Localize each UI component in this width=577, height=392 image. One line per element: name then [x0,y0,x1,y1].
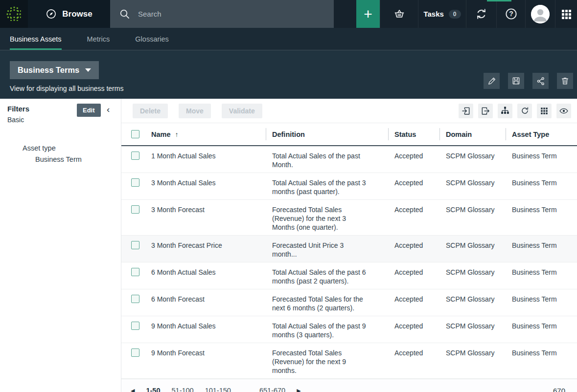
share-view-button[interactable] [532,73,549,89]
column-header-asset-type[interactable]: Asset Type [506,123,577,145]
asset-name-link[interactable]: 3 Month Forecast [145,200,266,235]
chevron-down-icon [85,68,91,72]
secondary-navigation: Business Assets Metrics Glossaries [0,28,577,50]
tab-business-assets[interactable]: Business Assets [10,28,62,50]
row-checkbox[interactable] [131,205,139,214]
import-icon [461,106,471,116]
help-button[interactable]: ? [496,0,525,28]
asset-name-link[interactable]: 3 Month Actual Sales [145,173,266,199]
grid-icon [540,107,549,115]
column-label: Status [394,131,416,138]
view-description: View for displaying all business terms [10,85,123,92]
user-menu-button[interactable] [525,0,555,28]
domain-cell: SCPM Glossary [439,236,506,262]
filter-value-business-term[interactable]: Business Term [0,154,121,165]
browse-button[interactable]: Browse [28,0,110,28]
filter-group-asset-type: Asset type [0,143,121,154]
hierarchy-button[interactable] [498,104,512,118]
page-range-1-50[interactable]: 1-50 [146,387,160,392]
delete-button[interactable]: Delete [133,104,168,118]
tasks-count-badge: 0 [449,10,461,19]
help-icon: ? [505,7,518,21]
asset-name-link[interactable]: 1 Month Actual Sales [145,146,266,173]
global-search [110,0,334,28]
edit-filters-button[interactable]: Edit [77,104,101,117]
basket-button[interactable] [380,0,418,28]
row-checkbox[interactable] [131,295,139,303]
asset-name-link[interactable]: 6 Month Forecast [145,289,266,316]
search-icon [119,8,131,20]
refresh-button[interactable] [517,104,532,118]
page-range-101-150[interactable]: 101-150 [205,387,231,392]
validate-button[interactable]: Validate [222,104,262,118]
filters-title: Filters [0,104,121,114]
trash-icon [560,76,570,86]
row-checkbox[interactable] [131,178,139,187]
delete-view-button[interactable] [557,73,573,89]
column-header-name[interactable]: Name ↑ [145,123,266,145]
status-cell: Accepted [388,289,439,316]
table-row: 6 Month Forecast Forecasted Total Sales … [121,289,577,316]
table-body: 1 Month Actual Sales Total Actual Sales … [121,146,577,379]
edit-view-button[interactable] [484,73,500,89]
asset-name-link[interactable]: 9 Month Forecast [145,343,266,378]
table-row: 3 Month Actual Sales Total Actual Sales … [121,173,577,200]
domain-cell: SCPM Glossary [439,289,506,316]
page-range-651-670[interactable]: 651-670 [259,387,285,392]
create-asset-button[interactable]: + [356,0,380,28]
tasks-label: Tasks [423,10,443,18]
move-button[interactable]: Move [179,104,211,118]
definition-cell: Total Actual Sales of the past 9 months … [266,316,388,343]
status-cell: Accepted [388,173,439,199]
grid-view-button[interactable] [537,104,552,118]
tab-metrics[interactable]: Metrics [87,28,110,50]
import-button[interactable] [459,104,473,118]
status-cell: Accepted [388,146,439,173]
domain-cell: SCPM Glossary [439,146,506,173]
tab-glossaries[interactable]: Glossaries [135,28,169,50]
definition-cell: Total Actual Sales of the past Month. [266,146,388,173]
domain-cell: SCPM Glossary [439,200,506,235]
collibra-logo[interactable] [0,0,28,28]
accent-strip [487,0,511,1]
row-checkbox[interactable] [131,348,139,357]
export-button[interactable] [478,104,493,118]
next-page-icon[interactable]: ▶ [297,388,300,392]
row-checkbox[interactable] [131,241,139,249]
tab-label: Metrics [87,35,110,43]
row-checkbox[interactable] [131,268,139,276]
search-input[interactable] [138,10,300,18]
content-area: Filters Basic Edit ‹ Asset type Business… [0,99,577,392]
table-row: 9 Month Actual Sales Total Actual Sales … [121,316,577,343]
save-icon [511,76,521,86]
sync-arrows-icon [475,7,488,21]
view-visibility-button[interactable] [556,104,571,118]
previous-page-icon[interactable]: ◀ [131,388,135,392]
status-cell: Accepted [388,262,439,289]
sync-button[interactable] [466,0,496,28]
eye-icon [559,106,569,116]
column-header-definition[interactable]: Definition [266,123,388,145]
select-all-checkbox[interactable] [131,130,139,138]
asset-name-link[interactable]: 3 Month Forecast Price [145,236,266,262]
page-range-51-100[interactable]: 51-100 [172,387,194,392]
plus-icon: + [364,6,372,22]
header-checkbox-cell [121,130,145,138]
tasks-button[interactable]: Tasks 0 [418,0,466,28]
view-actions [484,73,573,89]
asset-name-link[interactable]: 9 Month Actual Sales [145,316,266,343]
row-checkbox[interactable] [131,322,139,330]
row-checkbox[interactable] [131,152,139,160]
asset-type-cell: Business Term [506,316,577,343]
page-title: Business Terms [18,65,79,75]
view-selector-button[interactable]: Business Terms [10,61,99,79]
apps-grid-button[interactable] [555,0,577,28]
toolbar-icons [459,104,571,118]
column-header-status[interactable]: Status [388,123,439,145]
asset-name-link[interactable]: 6 Month Actual Sales [145,262,266,289]
save-view-button[interactable] [508,73,524,89]
column-header-domain[interactable]: Domain [439,123,506,145]
status-cell: Accepted [388,343,439,378]
domain-cell: SCPM Glossary [439,173,506,199]
collapse-sidebar-icon[interactable]: ‹ [107,104,110,115]
